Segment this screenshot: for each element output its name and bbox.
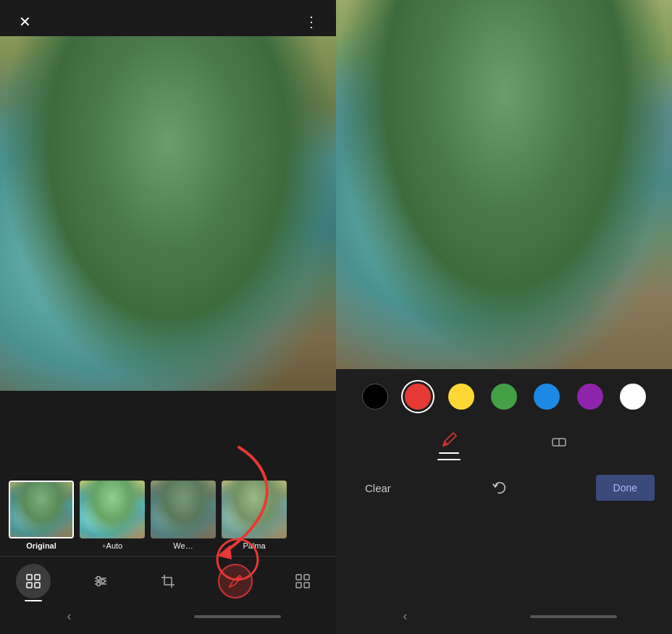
enhance-nav-button[interactable] [16, 564, 51, 599]
filter-label-palma: Palma [243, 541, 265, 550]
svg-point-11 [101, 580, 105, 583]
right-system-nav: ‹ [336, 601, 672, 634]
filter-label-auto: +Auto [102, 541, 122, 550]
filter-we[interactable]: We… [151, 481, 216, 550]
done-button[interactable]: Done [596, 475, 655, 501]
markup-controls-panel: Clear Done ‹ [336, 369, 672, 634]
filter-label-original: Original [26, 541, 56, 550]
svg-rect-13 [296, 575, 301, 580]
color-blue[interactable] [534, 384, 560, 410]
undo-button[interactable] [484, 473, 513, 502]
svg-rect-3 [35, 575, 40, 580]
more-options-button[interactable]: ⋮ [298, 9, 324, 35]
color-yellow[interactable] [448, 384, 474, 410]
filter-thumb-we [151, 481, 216, 538]
filter-palma[interactable]: Palma [222, 481, 287, 550]
filter-thumb-palma [222, 481, 287, 538]
filter-thumb-auto [80, 481, 145, 538]
color-palette [336, 369, 672, 421]
color-purple[interactable] [577, 384, 603, 410]
filter-thumb-original [9, 481, 74, 538]
left-photo [0, 36, 336, 391]
svg-rect-15 [296, 583, 301, 588]
color-red[interactable] [405, 384, 431, 410]
right-photo [336, 0, 672, 369]
svg-rect-14 [304, 575, 309, 580]
filter-auto[interactable]: +Auto [80, 481, 145, 550]
color-white[interactable] [620, 384, 646, 410]
svg-rect-2 [27, 575, 32, 580]
left-back-button[interactable]: ‹ [56, 606, 83, 627]
adjust-nav-button[interactable] [83, 564, 118, 599]
clear-button[interactable]: Clear [353, 476, 403, 500]
left-panel: ✕ ⋮ Original [0, 0, 336, 634]
right-home-pill[interactable] [530, 615, 617, 618]
left-top-bar: ✕ ⋮ [0, 0, 336, 43]
svg-point-12 [97, 583, 101, 586]
svg-point-10 [97, 577, 101, 580]
crop-nav-button[interactable] [151, 564, 185, 599]
svg-rect-4 [27, 583, 32, 588]
pen-tool-button[interactable] [429, 424, 469, 459]
tool-row [336, 421, 672, 465]
filter-row: Original +Auto We… Palma [0, 469, 336, 556]
bottom-nav [0, 556, 336, 601]
action-row: Clear Done [336, 465, 672, 511]
eraser-tool-button[interactable] [539, 424, 579, 459]
svg-rect-16 [304, 583, 309, 588]
right-back-button[interactable]: ‹ [392, 606, 419, 627]
close-button[interactable]: ✕ [12, 9, 38, 35]
filter-original[interactable]: Original [9, 481, 74, 550]
svg-rect-5 [35, 583, 40, 588]
more-tools-nav-button[interactable] [285, 564, 320, 599]
markup-nav-button[interactable] [218, 564, 253, 599]
left-home-pill[interactable] [194, 615, 281, 618]
color-black[interactable] [362, 384, 388, 410]
left-bottom-area: Original +Auto We… Palma [0, 391, 336, 634]
color-green[interactable] [491, 384, 517, 410]
right-panel: Clear Done ‹ [336, 0, 672, 634]
left-system-nav: ‹ [0, 601, 336, 634]
filter-label-we: We… [173, 541, 193, 550]
